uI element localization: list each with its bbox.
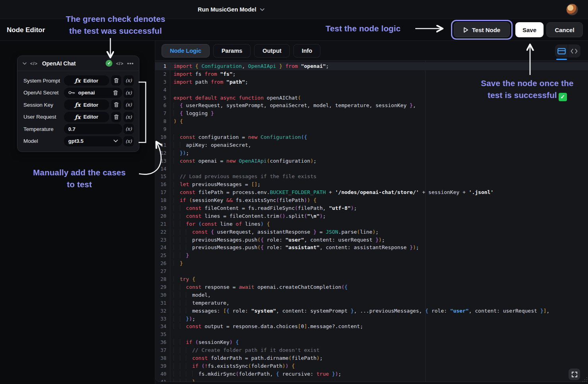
code-line[interactable]: 19 const fileContent = fs.readFileSync(f… [155,204,588,212]
code-line[interactable]: 12 }); [155,149,588,157]
flow-title-dropdown[interactable]: Run MusicGen Model [198,0,264,19]
code-line[interactable]: 41 } [155,378,588,382]
code-view-button[interactable] [568,44,580,58]
code-line[interactable]: 18 if (sessionKey && fs.existsSync(fileP… [155,196,588,204]
code-line[interactable]: 39 if (!fs.existsSync(folderPath)) { [155,362,588,370]
trash-button[interactable] [111,75,121,86]
line-number: 23 [155,236,170,244]
test-node-button[interactable]: Test Node [454,22,510,37]
chevron-down-icon [114,140,118,142]
active-view-indicator [556,59,567,60]
node-card-header[interactable]: </> OpenAI Chat ✓ </> ••• [17,56,139,71]
check-emoji: ✓ [559,93,567,101]
code-icon[interactable]: </> [116,61,123,66]
code-line[interactable]: 24 previousMessages.push({ role: "assist… [155,244,588,252]
code-line[interactable]: 38 const folderPath = path.dirname(fileP… [155,354,588,362]
save-button[interactable]: Save [515,22,544,37]
code-line[interactable]: 26 } [155,259,588,267]
field-row-openai-secret: OpenAI Secretopenai(x) [23,87,134,99]
line-number: 20 [155,212,170,220]
expand-icon [572,372,577,377]
code-line[interactable]: 34 const output = response.data.choices[… [155,323,588,330]
code-line[interactable]: 27 [155,267,588,275]
variable-button[interactable]: (x) [123,124,134,134]
line-number: 21 [155,220,170,228]
field-label: User Request [23,114,64,120]
pill-value: gpt3.5 [68,138,83,144]
code-line[interactable]: 7 { logging } [155,109,588,117]
tab-info[interactable]: Info [293,44,321,58]
code-line[interactable]: 30 model, [155,291,588,299]
field-label: Temperature [23,126,64,132]
code-line[interactable]: 17 const filePath = process.env.BUCKET_F… [155,188,588,196]
fullscreen-button[interactable] [569,369,580,380]
pill-value: Editor [83,78,98,84]
code-line[interactable]: 33 }); [155,315,588,323]
trash-button[interactable] [111,100,121,110]
code-line[interactable]: 9 [155,125,588,133]
code-line[interactable]: 23 previousMessages.push({ role: "user",… [155,236,588,244]
trash-button[interactable] [111,112,121,122]
line-number: 29 [155,283,170,291]
variable-button[interactable]: (x) [123,75,134,86]
code-line[interactable]: 14 [155,165,588,173]
line-number: 26 [155,259,170,267]
split-rows-icon [557,48,566,54]
trash-icon [113,90,118,96]
code-line[interactable]: 25 } [155,252,588,259]
code-line[interactable]: 22 const { userRequest, assistantRespons… [155,228,588,236]
node-card-fields: System PromptƒxEditor(x)OpenAI Secretope… [17,71,139,152]
more-options-icon[interactable]: ••• [127,60,134,66]
code-line[interactable]: 10 const configuration = new Configurati… [155,133,588,141]
code-line[interactable]: 2import fs from "fs"; [155,70,588,78]
node-title: OpenAI Chat [42,60,76,67]
code-brackets-icon [571,49,578,54]
field-label: Session Key [23,102,64,108]
model-select[interactable]: gpt3.5 [64,136,122,146]
code-line[interactable]: 36 if (sessionKey) { [155,338,588,346]
code-line[interactable]: 28 try { [155,275,588,283]
bracket-fields [139,82,146,142]
pill-value: Editor [83,102,98,108]
cancel-button[interactable]: Cancel [546,22,583,37]
code-line[interactable]: 21 for (const line of lines) { [155,220,588,228]
code-line[interactable]: 32 messages: [{ role: "system", content:… [155,307,588,315]
tab-params[interactable]: Params [213,44,251,58]
temperature-input[interactable]: 0.7 [64,124,122,134]
code-line[interactable]: 35 [155,330,588,338]
variable-button[interactable]: (x) [123,112,134,122]
line-number: 13 [155,157,170,165]
line-number: 19 [155,204,170,212]
annotation-add-cases: Manually add the casesto test [22,167,137,190]
code-line[interactable]: 29 const response = await openai.createC… [155,283,588,291]
code-line[interactable]: 16 let previousMessages = []; [155,180,588,188]
code-editor[interactable]: 1import { Configuration, OpenAIApi } fro… [155,60,588,382]
code-line[interactable]: 1import { Configuration, OpenAIApi } fro… [155,62,588,70]
split-view-button[interactable] [555,44,568,58]
editor-pill[interactable]: ƒxEditor [64,112,109,122]
line-number: 9 [155,125,170,133]
code-line[interactable]: 11 apiKey: openaiSecret, [155,141,588,149]
tab-output[interactable]: Output [254,44,290,58]
resize-grip[interactable] [583,377,588,382]
code-line[interactable]: 40 fs.mkdirSync(folderPath, { recursive:… [155,370,588,378]
variable-button[interactable]: (x) [123,88,134,98]
code-line[interactable]: 37 // Create folder path if it doesn't e… [155,346,588,354]
secret-pill[interactable]: openai [64,88,122,98]
editor-pill[interactable]: ƒxEditor [64,100,109,110]
annotation-save-node: Save the node once thetest is successful… [472,77,582,101]
code-line[interactable]: 13 const openai = new OpenAIApi(configur… [155,157,588,165]
test-success-check-icon: ✓ [106,60,112,67]
variable-button[interactable]: (x) [123,136,134,146]
line-number: 4 [155,86,170,94]
trash-button[interactable] [113,90,118,96]
editor-pill[interactable]: ƒxEditor [64,75,109,86]
avatar[interactable] [566,4,578,15]
tab-node-logic[interactable]: Node Logic [162,44,210,58]
code-line[interactable]: 6 { userRequest, systemPrompt, openaiSec… [155,102,588,109]
variable-button[interactable]: (x) [123,100,134,110]
code-line[interactable]: 31 temperature, [155,299,588,307]
code-line[interactable]: 15 // Load previous messages if the file… [155,173,588,180]
code-line[interactable]: 8) { [155,117,588,125]
code-line[interactable]: 20 const lines = fileContent.trim().spli… [155,212,588,220]
